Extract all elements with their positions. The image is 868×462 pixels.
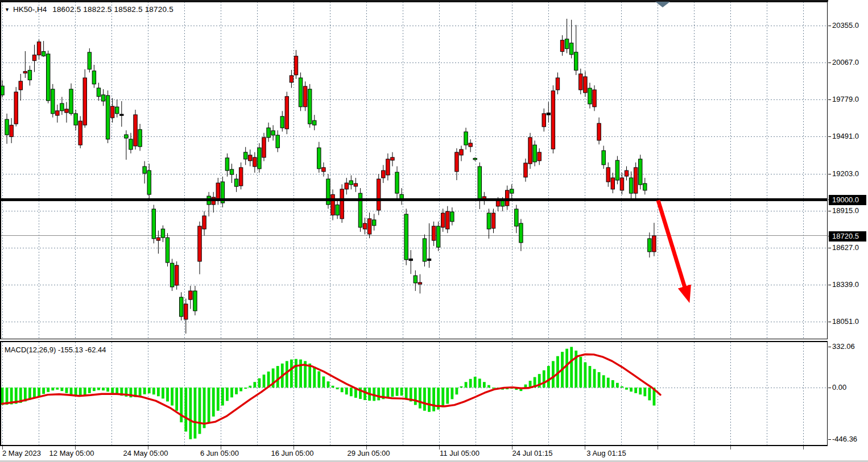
candle	[450, 212, 454, 222]
macd-axis-label: -446.36	[832, 435, 857, 443]
candle	[88, 52, 91, 69]
candle	[97, 88, 100, 97]
macd-histogram-bar	[97, 388, 100, 390]
candle	[143, 167, 146, 173]
axis-tick	[828, 99, 831, 100]
candle	[156, 238, 160, 240]
candle	[597, 123, 601, 140]
macd-histogram-bar	[456, 388, 458, 394]
trend-arrow-down[interactable]	[658, 200, 685, 288]
candle	[69, 89, 73, 114]
candle	[317, 148, 321, 169]
candle	[184, 304, 188, 319]
macd-histogram-bar	[230, 388, 233, 397]
candle	[579, 74, 582, 90]
candle	[42, 52, 45, 56]
macd-histogram-bar	[313, 367, 316, 388]
macd-histogram-bar	[428, 388, 431, 412]
candle	[588, 88, 592, 104]
candle	[244, 152, 247, 159]
macd-histogram-bar	[93, 388, 96, 391]
price-chart-canvas[interactable]	[0, 2, 828, 341]
macd-histogram-bar	[611, 380, 614, 388]
macd-histogram-bar	[607, 378, 610, 388]
macd-histogram-bar	[162, 388, 164, 398]
candle	[322, 168, 325, 172]
candle	[161, 229, 164, 238]
candle	[340, 189, 344, 219]
macd-histogram-bar	[226, 388, 229, 401]
candle	[423, 239, 426, 261]
candle	[648, 239, 651, 252]
macd-histogram-bar	[579, 357, 582, 388]
candle	[271, 131, 275, 135]
axis-tick	[828, 63, 831, 63]
candle	[285, 97, 288, 129]
price-axis-label: 18051.0	[832, 317, 859, 326]
horizontal-line-19000[interactable]	[0, 198, 828, 201]
macd-histogram-bar	[276, 366, 279, 388]
macd-histogram-bar	[565, 349, 568, 388]
candle	[193, 291, 197, 311]
time-axis[interactable]: 2 May 202312 May 05:0024 May 05:006 Jun …	[0, 446, 828, 460]
candle	[138, 130, 142, 147]
candle	[515, 209, 518, 226]
macd-histogram-bar	[171, 388, 173, 406]
price-chart-area[interactable]	[0, 2, 828, 339]
macd-histogram-bar	[84, 388, 86, 396]
symbol-period-label: HK50-,H4	[13, 5, 47, 14]
macd-histogram-bar	[423, 388, 426, 411]
macd-histogram-bar	[400, 388, 403, 396]
candle	[37, 42, 40, 55]
candle	[258, 148, 261, 169]
price-axis-label: 18915.0	[832, 206, 859, 215]
candle	[267, 128, 270, 138]
candle	[528, 138, 532, 164]
candle	[446, 211, 449, 229]
macd-histogram-bar	[208, 388, 210, 422]
price-level-chip: 19000.0	[829, 195, 866, 205]
macd-histogram-bar	[106, 388, 109, 392]
axis-tick	[828, 211, 831, 211]
macd-histogram-bar	[217, 388, 220, 411]
candle	[464, 132, 468, 145]
macd-frame	[1, 342, 828, 446]
macd-histogram-bar	[414, 388, 417, 405]
macd-canvas[interactable]	[0, 341, 828, 446]
candle	[65, 109, 68, 113]
macd-histogram-bar	[70, 388, 73, 395]
candle	[239, 168, 242, 186]
candle	[372, 220, 375, 226]
macd-histogram-bar	[194, 388, 197, 439]
macd-histogram-bar	[184, 388, 187, 431]
macd-histogram-bar	[139, 388, 142, 396]
macd-histogram-bar	[336, 388, 339, 389]
macd-histogram-bar	[258, 378, 261, 388]
macd-indicator-area[interactable]	[0, 341, 828, 446]
macd-histogram-bar	[295, 359, 297, 388]
candle	[92, 71, 96, 84]
candle	[276, 135, 279, 148]
macd-histogram-bar	[639, 388, 642, 394]
candle	[377, 179, 381, 210]
candle	[78, 121, 82, 145]
candle	[542, 114, 545, 127]
macd-histogram-bar	[570, 347, 573, 388]
macd-histogram-bar	[345, 388, 348, 394]
macd-histogram-bar	[323, 376, 325, 388]
macd-histogram-bar	[1, 388, 4, 405]
candle	[506, 190, 509, 206]
symbol-dropdown-icon[interactable]: ▼	[5, 7, 10, 13]
candle	[391, 157, 394, 160]
trading-chart-window: ▼HK50-,H418602.5 18822.5 18582.5 18720.5…	[0, 0, 868, 462]
candle	[501, 201, 504, 206]
candle	[280, 116, 284, 128]
candle	[556, 78, 559, 90]
macd-histogram-bar	[152, 388, 155, 394]
macd-histogram-bar	[552, 361, 555, 388]
candle	[643, 184, 647, 190]
chart-shift-marker-icon[interactable]	[655, 2, 670, 7]
macd-histogram-bar	[263, 374, 266, 388]
macd-histogram-bar	[469, 379, 472, 388]
price-axis[interactable]: 20355.020067.019779.019491.019203.019000…	[828, 0, 868, 462]
